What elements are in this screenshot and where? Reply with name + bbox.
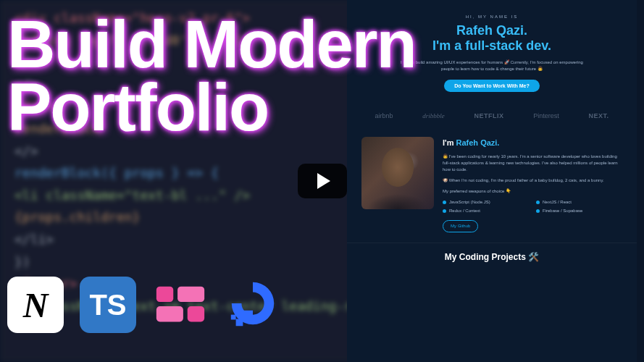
tech-icons-row: N TS [7, 277, 281, 333]
code-line: </li> [14, 229, 348, 251]
digitalocean-icon [225, 277, 281, 333]
code-line: }) [14, 251, 348, 274]
play-icon [317, 173, 330, 189]
svg-rect-0 [156, 287, 173, 302]
projects-header: My Coding Projects 🛠️ [347, 243, 637, 262]
about-title-name: Rafeh Qazi. [456, 138, 500, 147]
about-title-prefix: I'm [443, 138, 456, 147]
brand-logo: Pinterest [533, 112, 559, 119]
play-button[interactable] [298, 164, 347, 198]
hero-name: Rafeh Qazi. [369, 23, 615, 38]
skill-item: Firebase / Supabase [536, 208, 622, 214]
cta-button[interactable]: Do You Want to Work With Me? [444, 80, 540, 92]
code-line: </> [14, 74, 348, 96]
projects-heading: My Coding Projects 🛠️ [347, 252, 637, 262]
about-section: I'm Rafeh Qazi. 👨 I've been coding for n… [347, 131, 637, 243]
about-paragraph-1: 👨 I've been coding for nearly 10 years. … [443, 153, 622, 173]
portfolio-preview: HI, MY NAME IS Rafeh Qazi. I'm a full-st… [347, 0, 637, 362]
skill-item: JavaScript (Node.JS) [443, 199, 529, 206]
code-line: <div> [14, 96, 348, 118]
typescript-icon: TS [80, 277, 136, 333]
brand-logo: airbnb [375, 112, 393, 119]
github-button[interactable]: My Github [443, 220, 478, 232]
hero-eyebrow: HI, MY NAME IS [369, 14, 615, 19]
brand-logo: NETFLIX [474, 112, 503, 119]
about-paragraph-3: My preferred weapons of choice 👇 [443, 188, 622, 195]
brand-logo: NEXT. [589, 112, 609, 119]
code-line: {props.children} [14, 206, 348, 229]
svg-rect-5 [236, 319, 243, 327]
hero-section: HI, MY NAME IS Rafeh Qazi. I'm a full-st… [347, 0, 637, 104]
svg-rect-1 [177, 287, 204, 302]
skill-item: NextJS / React [536, 199, 622, 206]
svg-rect-6 [231, 315, 236, 320]
code-line: <div className="hero-v2 pr-6"> [14, 7, 348, 30]
avatar [361, 137, 434, 209]
svg-rect-4 [243, 311, 253, 321]
skill-item: Redux / Context [443, 208, 529, 214]
svg-rect-2 [156, 306, 183, 321]
code-line: </> [14, 140, 348, 163]
code-line: </> [14, 51, 348, 74]
about-text: I'm Rafeh Qazi. 👨 I've been coding for n… [443, 137, 622, 232]
code-line: renderBlock [14, 118, 348, 140]
hero-role: I'm a full-stack dev. [369, 38, 615, 54]
hero-description: I like to build amazing UI/UX experience… [398, 59, 586, 72]
code-line: padding 'bg-?' '...d0' '...d1' [14, 30, 348, 52]
nextjs-icon: N [7, 277, 64, 333]
about-title: I'm Rafeh Qazi. [443, 137, 622, 149]
blocks-icon [152, 277, 209, 333]
about-paragraph-2: 🐶 When I'm not coding, I'm the proud fat… [443, 177, 622, 184]
skills-grid: JavaScript (Node.JS)NextJS / ReactRedux … [443, 199, 622, 214]
brand-logo: dribbble [422, 112, 445, 119]
svg-rect-3 [188, 306, 204, 321]
brands-row: airbnbdribbbleNETFLIXPinterestNEXT. [347, 104, 637, 131]
